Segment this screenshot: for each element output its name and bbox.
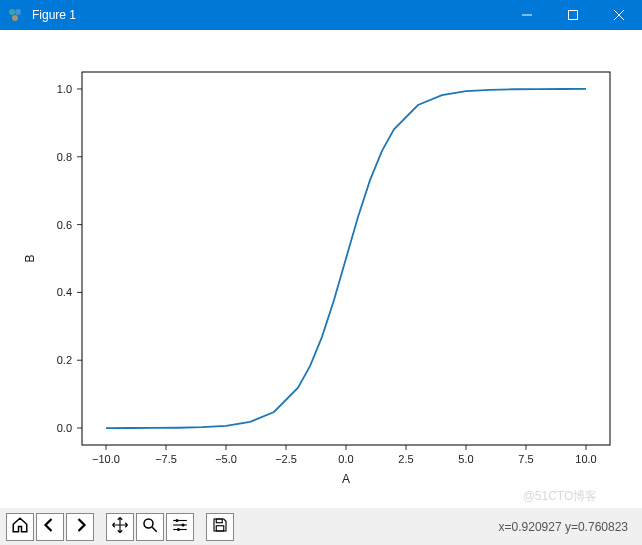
svg-rect-4 [569, 11, 578, 20]
save-button[interactable] [206, 513, 234, 541]
save-icon [211, 516, 229, 538]
x-tick-label: −7.5 [155, 453, 177, 465]
zoom-button[interactable] [136, 513, 164, 541]
window-title: Figure 1 [30, 8, 504, 22]
y-tick-label: 0.8 [57, 151, 72, 163]
zoom-icon [141, 516, 159, 538]
svg-rect-31 [216, 525, 224, 530]
y-tick-label: 1.0 [57, 83, 72, 95]
home-button[interactable] [6, 513, 34, 541]
svg-point-2 [12, 15, 18, 21]
minimize-button[interactable] [504, 0, 550, 30]
x-tick-label: 2.5 [398, 453, 413, 465]
x-axis-label: A [342, 472, 350, 486]
y-tick-label: 0.4 [57, 286, 72, 298]
forward-button[interactable] [66, 513, 94, 541]
x-tick-label: 7.5 [518, 453, 533, 465]
cursor-coordinates: x=0.920927 y=0.760823 [499, 520, 636, 534]
toolbar: x=0.920927 y=0.760823 [0, 507, 642, 545]
svg-point-29 [177, 528, 180, 531]
x-tick-label: 0.0 [338, 453, 353, 465]
y-axis-label: B [23, 254, 37, 262]
arrow-right-icon [71, 516, 89, 538]
back-button[interactable] [36, 513, 64, 541]
sliders-icon [171, 516, 189, 538]
subplots-button[interactable] [166, 513, 194, 541]
svg-point-28 [182, 523, 185, 526]
svg-point-22 [144, 519, 153, 528]
x-tick-label: 5.0 [458, 453, 473, 465]
plot-svg: −10.0−7.5−5.0−2.50.02.55.07.510.00.00.20… [0, 30, 642, 507]
x-tick-label: −10.0 [92, 453, 120, 465]
maximize-button[interactable] [550, 0, 596, 30]
watermark: @51CTO博客 [523, 489, 598, 503]
x-tick-label: −5.0 [215, 453, 237, 465]
svg-rect-30 [216, 519, 222, 523]
y-tick-label: 0.0 [57, 422, 72, 434]
home-icon [11, 516, 29, 538]
svg-point-27 [176, 519, 179, 522]
titlebar: Figure 1 [0, 0, 642, 30]
x-tick-label: −2.5 [275, 453, 297, 465]
y-tick-label: 0.2 [57, 354, 72, 366]
svg-line-23 [152, 527, 157, 532]
svg-point-1 [15, 9, 21, 15]
svg-point-0 [9, 9, 15, 15]
app-icon [0, 7, 30, 23]
close-button[interactable] [596, 0, 642, 30]
plot-canvas[interactable]: −10.0−7.5−5.0−2.50.02.55.07.510.00.00.20… [0, 30, 642, 507]
series-line [106, 89, 586, 428]
y-tick-label: 0.6 [57, 219, 72, 231]
arrow-left-icon [41, 516, 59, 538]
pan-button[interactable] [106, 513, 134, 541]
move-icon [111, 516, 129, 538]
x-tick-label: 10.0 [575, 453, 596, 465]
